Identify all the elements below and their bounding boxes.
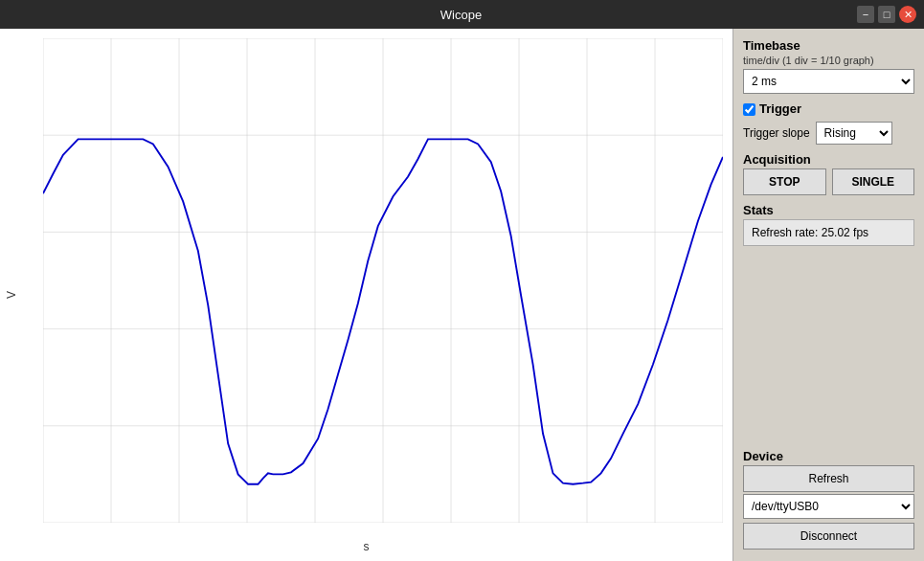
trigger-slope-select[interactable]: Rising Falling [816, 122, 892, 145]
stats-section: Stats Refresh rate: 25.02 fps [743, 203, 914, 246]
stop-button[interactable]: STOP [743, 168, 826, 195]
window-title: Wicope [65, 8, 857, 22]
trigger-checkbox[interactable] [743, 103, 755, 116]
refresh-rate-label: Refresh rate: [752, 226, 818, 239]
chart-area: V 0 1 2 3 4 [0, 29, 732, 561]
x-axis-label: s [364, 540, 370, 553]
device-select[interactable]: /dev/ttyUSB0 /dev/ttyUSB1 [743, 494, 914, 519]
timebase-sub-label: time/div (1 div = 1/10 graph) [743, 55, 914, 66]
timebase-section: Timebase time/div (1 div = 1/10 graph) 2… [743, 38, 914, 94]
trigger-label: Trigger [759, 101, 801, 116]
right-panel: Timebase time/div (1 div = 1/10 graph) 2… [732, 29, 924, 561]
disconnect-button[interactable]: Disconnect [743, 523, 914, 550]
oscilloscope-chart: 0 1 2 3 4 5 0 0.002 0.004 0.006 0.008 0.… [43, 38, 723, 523]
refresh-rate-value: 25.02 fps [822, 226, 868, 239]
device-section: Device Refresh /dev/ttyUSB0 /dev/ttyUSB1… [743, 449, 914, 551]
stats-label: Stats [743, 203, 914, 217]
minimize-button[interactable]: − [857, 6, 874, 23]
title-bar: Wicope − □ ✕ [0, 0, 924, 29]
acquisition-label: Acquisition [743, 152, 914, 167]
maximize-button[interactable]: □ [878, 6, 895, 23]
device-label: Device [743, 449, 914, 463]
close-button[interactable]: ✕ [899, 6, 916, 23]
trigger-section: Trigger Trigger slope Rising Falling [743, 101, 914, 145]
trigger-slope-label: Trigger slope [743, 126, 810, 140]
timebase-label: Timebase [743, 38, 914, 53]
acquisition-section: Acquisition STOP SINGLE [743, 152, 914, 195]
refresh-button[interactable]: Refresh [743, 465, 914, 492]
timebase-select[interactable]: 2 ms 1 ms 5 ms 10 ms 20 ms [743, 69, 914, 94]
y-axis-label: V [5, 291, 18, 299]
single-button[interactable]: SINGLE [832, 168, 915, 195]
